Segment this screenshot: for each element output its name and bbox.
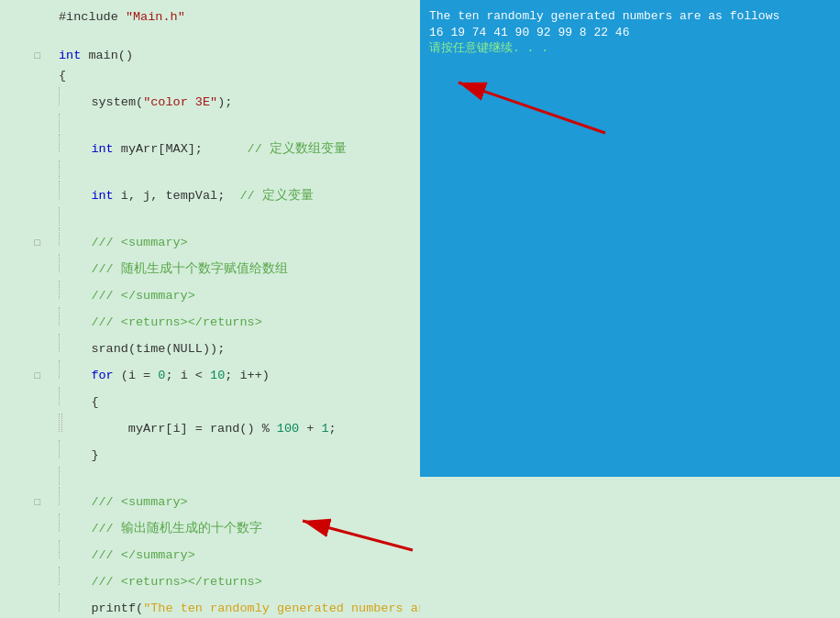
indent-line <box>59 414 60 432</box>
code-text: main() <box>81 47 133 65</box>
collapse-icon[interactable]: □ <box>34 234 40 252</box>
code-line: int i, j, tempVal; // 定义变量 <box>0 180 420 206</box>
code-line: □ for (i = 0; i < 10; i++) <box>0 359 420 386</box>
code-text: /// <summary> <box>61 234 188 252</box>
collapse-btn <box>46 97 59 110</box>
indent-line <box>59 207 60 226</box>
collapse-btn <box>46 603 59 616</box>
code-line: system("color 3E"); <box>0 86 420 113</box>
code-line <box>0 206 420 226</box>
collapse-btn <box>46 524 59 536</box>
code-text: /// <returns></returns> <box>61 314 262 332</box>
code-text: system("color 3E"); <box>61 94 232 112</box>
collapse-btn <box>46 237 59 250</box>
indent-line <box>59 513 60 532</box>
indent-line <box>59 114 60 132</box>
code-line: /// </summary> <box>0 280 420 306</box>
collapse-btn <box>46 577 59 590</box>
code-line: } <box>0 439 420 466</box>
indent-line <box>59 334 60 352</box>
indent-line <box>59 540 60 558</box>
code-text: #include "Main.h" <box>59 8 185 27</box>
indent-line <box>59 254 60 272</box>
indent-line <box>59 593 60 612</box>
collapse-btn <box>46 191 59 204</box>
indent-line <box>59 487 60 505</box>
code-line: /// <returns></returns> <box>0 306 420 333</box>
code-text: /// 随机生成十个数字赋值给数组 <box>61 260 288 279</box>
code-text: { <box>59 67 66 85</box>
indent-line <box>59 387 60 405</box>
collapse-btn <box>46 497 59 510</box>
code-text: /// <summary> <box>61 493 188 512</box>
indent-line2 <box>61 414 69 432</box>
collapse-btn <box>46 144 59 157</box>
collapse-btn <box>46 12 59 25</box>
collapse-btn <box>46 317 59 330</box>
collapse-icon[interactable]: □ <box>34 47 40 65</box>
code-text: srand(time(NULL)); <box>61 340 225 359</box>
code-line: □ int main() <box>0 46 420 66</box>
code-line: /// 输出随机生成的十个数字 <box>0 513 420 539</box>
code-text: /// </summary> <box>61 287 195 305</box>
output-line2: 16 19 74 41 90 92 99 8 22 46 <box>429 26 831 39</box>
collapse-btn <box>46 397 59 410</box>
collapse-btn <box>46 71 59 83</box>
line-prefix: □ <box>0 47 46 65</box>
collapse-btn <box>46 264 59 277</box>
collapse-btn <box>46 550 59 563</box>
indent-line <box>59 281 60 299</box>
code-line: int myArr[MAX]; // 定义数组变量 <box>0 133 420 160</box>
code-text: } <box>61 447 99 465</box>
line-prefix: □ <box>0 367 46 385</box>
collapse-icon[interactable]: □ <box>34 493 40 512</box>
code-text: /// </summary> <box>61 546 195 565</box>
indent-line <box>59 307 60 326</box>
collapse-btn <box>46 450 59 463</box>
code-line: { <box>0 66 420 86</box>
indent-line <box>59 181 60 199</box>
collapse-icon[interactable]: □ <box>34 367 40 385</box>
code-text: printf("The ten randomly generated numbe… <box>61 600 420 618</box>
indent-line <box>59 467 60 485</box>
collapse-btn <box>46 344 59 357</box>
code-text: /// 输出随机生成的十个数字 <box>61 520 262 538</box>
code-line: srand(time(NULL)); <box>0 333 420 359</box>
code-line <box>0 160 420 180</box>
code-line: { <box>0 386 420 413</box>
indent-line <box>59 227 60 246</box>
indent-line <box>59 440 60 458</box>
collapse-btn <box>46 424 59 436</box>
code-text: int <box>59 47 81 65</box>
code-line: □ /// <summary> <box>0 226 420 253</box>
code-line: #include "Main.h" <box>0 7 420 28</box>
indent-line <box>59 160 60 179</box>
line-prefix: □ <box>0 493 46 512</box>
code-text: int i, j, tempVal; // 定义变量 <box>61 187 314 205</box>
main-container: #include "Main.h" □ int main() { <box>0 0 840 618</box>
code-content: #include "Main.h" □ int main() { <box>0 7 420 618</box>
code-line: /// </summary> <box>0 539 420 566</box>
indent-line <box>59 87 60 105</box>
code-text: for (i = 0; i < 10; i++) <box>61 367 270 385</box>
output-line3: 请按任意键继续. . . <box>429 39 831 56</box>
code-text: { <box>61 393 99 412</box>
code-line <box>0 113 420 133</box>
code-line <box>0 28 420 46</box>
code-line: □ /// <summary> <box>0 486 420 513</box>
line-prefix: □ <box>0 234 46 252</box>
code-line: /// <returns></returns> <box>0 566 420 592</box>
code-text: int myArr[MAX]; // 定义数组变量 <box>61 140 347 159</box>
code-line: myArr[i] = rand() % 100 + 1; <box>0 413 420 439</box>
code-line <box>0 466 420 486</box>
code-text: myArr[i] = rand() % 100 + 1; <box>69 420 337 438</box>
code-editor-panel: #include "Main.h" □ int main() { <box>0 0 420 618</box>
code-line: printf("The ten randomly generated numbe… <box>0 592 420 618</box>
indent-line <box>59 134 60 152</box>
output-line1: The ten randomly generated numbers are a… <box>429 7 831 26</box>
indent-line <box>59 567 60 585</box>
collapse-btn <box>46 291 59 303</box>
indent-line <box>59 360 60 379</box>
output-panel: The ten randomly generated numbers are a… <box>420 0 840 477</box>
collapse-btn <box>46 50 59 63</box>
